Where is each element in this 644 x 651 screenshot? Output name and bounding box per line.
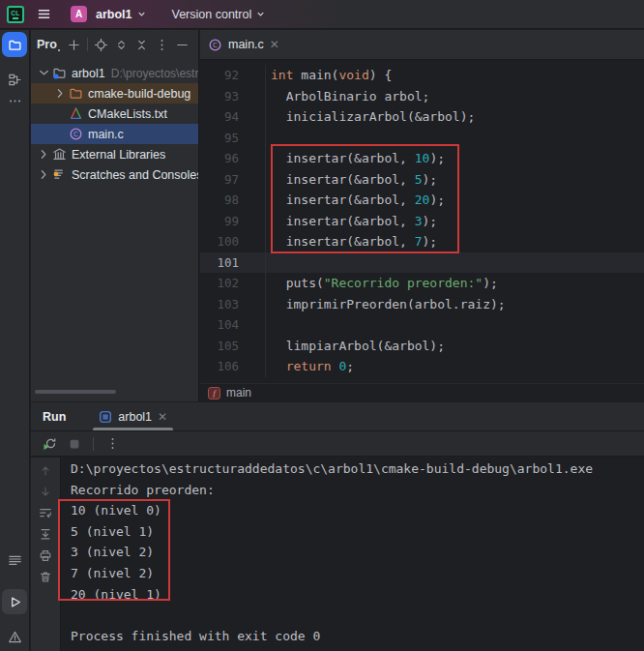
avatar[interactable]: A xyxy=(71,6,87,22)
console-line xyxy=(71,605,644,626)
editor-tab-bar: C main.c ✕ xyxy=(200,30,644,60)
run-play-button[interactable] xyxy=(2,589,27,614)
code-line-100[interactable]: 100 insertar(&arbol, 7); xyxy=(200,231,644,252)
chevron-right-icon[interactable] xyxy=(37,167,51,182)
chevron-right-icon[interactable] xyxy=(37,147,51,162)
code-line-96[interactable]: 96 insertar(&arbol, 10); xyxy=(200,148,644,169)
code-text: insertar(&arbol, 3); xyxy=(266,211,437,232)
locate-icon[interactable] xyxy=(94,38,108,52)
add-icon[interactable] xyxy=(67,38,81,52)
code-line-92[interactable]: 92int main(void) { xyxy=(200,65,644,86)
editor-tab-label: main.c xyxy=(228,38,264,51)
collapse-all-icon[interactable] xyxy=(134,38,149,52)
code-line-103[interactable]: 103 imprimirPreorden(arbol.raiz); xyxy=(200,294,644,315)
run-panel-header: Run arbol1 ✕ xyxy=(31,402,644,431)
tree-item-cmake-build-debug[interactable]: cmake-build-debug xyxy=(31,83,198,104)
problems-button[interactable] xyxy=(2,624,27,649)
tree-item-label: arbol1 xyxy=(72,67,105,80)
console-line: 10 (nivel 0) xyxy=(71,500,644,521)
horizontal-scrollbar[interactable] xyxy=(35,390,116,394)
console-line: Recorrido preorden: xyxy=(71,480,644,501)
library-icon xyxy=(51,147,68,163)
more-v-icon[interactable] xyxy=(155,38,169,52)
project-widget-label: arbol1 xyxy=(96,8,132,21)
tree-item-arbol1[interactable]: arbol1D:\proyectos\estru xyxy=(31,63,198,83)
run-toolbar xyxy=(31,431,644,457)
code-editor[interactable]: 92int main(void) {93 ArbolBinario arbol;… xyxy=(200,60,644,383)
project-widget[interactable]: arbol1 xyxy=(96,8,147,21)
run-tab-arbol1[interactable]: arbol1 ✕ xyxy=(91,402,175,430)
code-text: limpiarArbol(&arbol); xyxy=(266,336,445,357)
project-tool-button[interactable] xyxy=(2,32,27,57)
tree-item-label: Scratches and Consoles xyxy=(72,168,198,182)
separator xyxy=(87,38,88,51)
hamburger-menu-icon[interactable] xyxy=(36,7,51,22)
clear-icon[interactable] xyxy=(39,570,52,583)
code-text: imprimirPreorden(arbol.raiz); xyxy=(266,294,506,315)
code-line-93[interactable]: 93 ArbolBinario arbol; xyxy=(200,86,644,107)
tree-item-external-libraries[interactable]: External Libraries xyxy=(31,144,198,164)
line-number: 96 xyxy=(200,148,266,169)
tree-item-scratches-and-consoles[interactable]: Scratches and Consoles xyxy=(31,164,198,185)
run-panel-title: Run xyxy=(43,410,66,424)
console-line: 7 (nivel 2) xyxy=(71,563,644,584)
more-v-icon[interactable] xyxy=(104,436,120,452)
separator xyxy=(93,437,94,451)
chevron-right-icon[interactable] xyxy=(53,86,68,101)
vcs-widget[interactable]: Version control xyxy=(172,8,267,21)
print-icon[interactable] xyxy=(39,548,52,562)
code-text: insertar(&arbol, 5); xyxy=(266,169,437,191)
chevron-spacer xyxy=(53,127,68,141)
project-tree: arbol1D:\proyectos\estrucmake-build-debu… xyxy=(31,60,198,185)
clion-logo-icon: CL xyxy=(7,6,24,23)
code-line-104[interactable]: 104 xyxy=(200,314,644,336)
code-line-94[interactable]: 94 inicializarArbol(&arbol); xyxy=(200,106,644,128)
code-line-106[interactable]: 106 return 0; xyxy=(200,356,644,377)
line-number: 98 xyxy=(200,190,266,211)
soft-wrap-icon[interactable] xyxy=(39,506,52,519)
stop-icon[interactable] xyxy=(67,436,82,452)
code-text: int main(void) { xyxy=(266,65,392,86)
tree-item-label: cmake-build-debug xyxy=(88,87,190,101)
build-folder-icon xyxy=(68,86,84,102)
code-line-101[interactable]: 101 xyxy=(200,252,644,274)
code-text xyxy=(266,252,271,274)
code-text: ArbolBinario arbol; xyxy=(266,86,429,107)
close-icon[interactable]: ✕ xyxy=(270,38,279,51)
close-icon[interactable]: ✕ xyxy=(158,410,167,424)
clion-window: CL A arbol1 Version control Pro arbol1D:… xyxy=(0,0,644,651)
code-line-95[interactable]: 95 xyxy=(200,128,644,149)
up-icon[interactable] xyxy=(39,463,52,477)
code-line-99[interactable]: 99 insertar(&arbol, 3); xyxy=(200,211,644,232)
tree-item-label: External Libraries xyxy=(72,148,165,162)
expand-all-icon[interactable] xyxy=(114,38,129,52)
console-output[interactable]: D:\proyectos\estructuraddedatos\c\arbol1… xyxy=(61,458,644,651)
down-icon[interactable] xyxy=(39,485,52,498)
code-line-102[interactable]: 102 puts("Recorrido preorden:"); xyxy=(200,273,644,294)
code-line-97[interactable]: 97 insertar(&arbol, 5); xyxy=(200,169,644,191)
code-line-105[interactable]: 105 limpiarArbol(&arbol); xyxy=(200,336,644,357)
hide-icon[interactable] xyxy=(175,38,190,52)
breadcrumb-label[interactable]: main xyxy=(226,386,251,399)
line-number: 94 xyxy=(200,106,266,128)
tree-item-main-c[interactable]: Cmain.c xyxy=(31,124,198,144)
project-folder-icon xyxy=(51,66,68,81)
tree-item-cmakelists-txt[interactable]: CMakeLists.txt xyxy=(31,104,198,124)
code-text: insertar(&arbol, 10); xyxy=(266,148,445,169)
chevron-down-icon[interactable] xyxy=(37,66,51,80)
editor-tab-main-c[interactable]: C main.c ✕ xyxy=(200,30,289,59)
project-panel: Pro arbol1D:\proyectos\estrucmake-build-… xyxy=(31,30,199,401)
app-icon xyxy=(99,410,112,424)
svg-text:C: C xyxy=(73,130,78,138)
code-text: insertar(&arbol, 20); xyxy=(266,190,445,211)
scroll-to-end-icon[interactable] xyxy=(39,527,52,541)
rerun-icon[interactable] xyxy=(43,436,58,452)
line-number: 93 xyxy=(200,86,266,107)
more-h-button[interactable] xyxy=(2,88,27,113)
run-panel: Run arbol1 ✕ D:\proyectos\estructuradded… xyxy=(31,402,644,651)
code-line-98[interactable]: 98 insertar(&arbol, 20); xyxy=(200,190,644,211)
run-tab-label: arbol1 xyxy=(118,410,152,424)
text-lines-button[interactable] xyxy=(2,547,27,573)
console-line: 20 (nivel 1) xyxy=(71,584,644,606)
line-number: 104 xyxy=(200,314,266,336)
